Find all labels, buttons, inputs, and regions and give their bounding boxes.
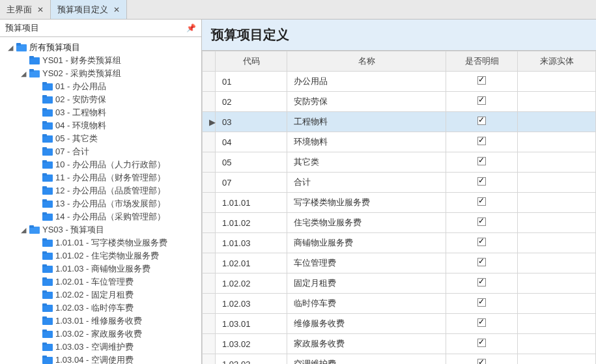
cell-source[interactable] bbox=[518, 273, 596, 294]
cell-source[interactable] bbox=[518, 253, 596, 273]
cell-source[interactable] bbox=[518, 193, 596, 213]
cell-detail[interactable] bbox=[446, 213, 518, 233]
checkbox-icon[interactable] bbox=[477, 278, 486, 287]
table-row[interactable]: 1.02.01车位管理费 bbox=[203, 253, 596, 273]
table-row[interactable]: 02安防劳保 bbox=[203, 92, 596, 112]
cell-source[interactable] bbox=[518, 72, 596, 92]
cell-name[interactable]: 安防劳保 bbox=[287, 92, 446, 112]
cell-detail[interactable] bbox=[446, 72, 518, 92]
cell-name[interactable]: 空调维护费 bbox=[287, 354, 446, 365]
cell-code[interactable]: 02 bbox=[216, 92, 287, 112]
cell-source[interactable] bbox=[518, 92, 596, 112]
tree-node[interactable]: 1.01.01 - 写字楼类物业服务费 bbox=[3, 236, 201, 249]
tree-node[interactable]: ◢YS02 - 采购类预算组 bbox=[3, 67, 201, 80]
cell-source[interactable] bbox=[518, 233, 596, 253]
cell-source[interactable] bbox=[518, 112, 596, 132]
cell-detail[interactable] bbox=[446, 193, 518, 213]
table-row[interactable]: 1.02.03临时停车费 bbox=[203, 294, 596, 314]
cell-code[interactable]: 1.03.02 bbox=[216, 334, 287, 354]
tree-node[interactable]: 1.03.03 - 空调维护费 bbox=[3, 341, 201, 354]
row-indicator[interactable] bbox=[203, 72, 216, 92]
cell-code[interactable]: 1.02.02 bbox=[216, 273, 287, 294]
cell-source[interactable] bbox=[518, 354, 596, 365]
cell-detail[interactable] bbox=[446, 354, 518, 365]
cell-detail[interactable] bbox=[446, 132, 518, 152]
tree-node[interactable]: YS01 - 财务类预算组 bbox=[3, 54, 201, 67]
cell-name[interactable]: 商铺物业服务费 bbox=[287, 233, 446, 253]
table-row[interactable]: 1.03.03空调维护费 bbox=[203, 354, 596, 365]
cell-detail[interactable] bbox=[446, 253, 518, 273]
table-row[interactable]: 1.02.02固定月租费 bbox=[203, 273, 596, 294]
cell-detail[interactable] bbox=[446, 152, 518, 173]
tree-node[interactable]: 1.02.01 - 车位管理费 bbox=[3, 275, 201, 288]
cell-code[interactable]: 1.03.03 bbox=[216, 354, 287, 365]
cell-name[interactable]: 固定月租费 bbox=[287, 273, 446, 294]
table-row[interactable]: 1.01.03商铺物业服务费 bbox=[203, 233, 596, 253]
cell-code[interactable]: 1.01.03 bbox=[216, 233, 287, 253]
cell-code[interactable]: 03 bbox=[216, 112, 287, 132]
tab-main[interactable]: 主界面 ✕ bbox=[0, 0, 51, 19]
checkbox-icon[interactable] bbox=[477, 137, 486, 145]
tree-node[interactable]: 01 - 办公用品 bbox=[3, 80, 201, 93]
checkbox-icon[interactable] bbox=[477, 117, 486, 125]
cell-code[interactable]: 1.02.01 bbox=[216, 253, 287, 273]
row-indicator[interactable]: ▶ bbox=[203, 112, 216, 132]
tree-node[interactable]: ◢YS03 - 预算项目 bbox=[3, 223, 201, 236]
row-indicator[interactable] bbox=[203, 92, 216, 112]
cell-detail[interactable] bbox=[446, 294, 518, 314]
checkbox-icon[interactable] bbox=[477, 217, 486, 226]
collapse-icon[interactable]: ◢ bbox=[20, 70, 27, 77]
row-indicator[interactable] bbox=[203, 233, 216, 253]
cell-source[interactable] bbox=[518, 132, 596, 152]
checkbox-icon[interactable] bbox=[477, 238, 486, 246]
cell-code[interactable]: 05 bbox=[216, 152, 287, 173]
row-indicator[interactable] bbox=[203, 314, 216, 334]
checkbox-icon[interactable] bbox=[477, 96, 486, 105]
cell-source[interactable] bbox=[518, 294, 596, 314]
checkbox-icon[interactable] bbox=[477, 177, 486, 186]
checkbox-icon[interactable] bbox=[477, 339, 486, 347]
cell-code[interactable]: 1.01.02 bbox=[216, 213, 287, 233]
cell-detail[interactable] bbox=[446, 334, 518, 354]
checkbox-icon[interactable] bbox=[477, 157, 486, 165]
column-header-detail[interactable]: 是否明细 bbox=[446, 51, 518, 72]
row-indicator[interactable] bbox=[203, 354, 216, 365]
tree-node[interactable]: 02 - 安防劳保 bbox=[3, 93, 201, 106]
row-indicator[interactable] bbox=[203, 173, 216, 193]
tree-node[interactable]: 1.01.03 - 商铺物业服务费 bbox=[3, 262, 201, 275]
tree-node[interactable]: 14 - 办公用品（采购管理部） bbox=[3, 210, 201, 223]
cell-detail[interactable] bbox=[446, 92, 518, 112]
checkbox-icon[interactable] bbox=[477, 258, 486, 266]
cell-detail[interactable] bbox=[446, 173, 518, 193]
row-indicator[interactable] bbox=[203, 334, 216, 354]
tree-node[interactable]: 03 - 工程物料 bbox=[3, 106, 201, 119]
collapse-icon[interactable]: ◢ bbox=[20, 227, 27, 234]
tree-node[interactable]: 1.03.04 - 空调使用费 bbox=[3, 354, 201, 364]
cell-detail[interactable] bbox=[446, 314, 518, 334]
row-indicator[interactable] bbox=[203, 152, 216, 173]
row-indicator[interactable] bbox=[203, 193, 216, 213]
tree-node[interactable]: 04 - 环境物料 bbox=[3, 119, 201, 132]
row-indicator[interactable] bbox=[203, 294, 216, 314]
checkbox-icon[interactable] bbox=[477, 359, 486, 364]
cell-name[interactable]: 家政服务收费 bbox=[287, 334, 446, 354]
table-row[interactable]: 05其它类 bbox=[203, 152, 596, 173]
column-header-name[interactable]: 名称 bbox=[287, 51, 446, 72]
table-row[interactable]: 01办公用品 bbox=[203, 72, 596, 92]
tree-node[interactable]: 13 - 办公用品（市场发展部） bbox=[3, 197, 201, 210]
pin-icon[interactable]: 📌 bbox=[186, 23, 196, 33]
cell-code[interactable]: 07 bbox=[216, 173, 287, 193]
checkbox-icon[interactable] bbox=[477, 197, 486, 206]
cell-code[interactable]: 1.02.03 bbox=[216, 294, 287, 314]
cell-detail[interactable] bbox=[446, 273, 518, 294]
checkbox-icon[interactable] bbox=[477, 298, 486, 307]
cell-source[interactable] bbox=[518, 173, 596, 193]
checkbox-icon[interactable] bbox=[477, 318, 486, 327]
tab-budget-item-def[interactable]: 预算项目定义 ✕ bbox=[51, 0, 127, 19]
cell-name[interactable]: 临时停车费 bbox=[287, 294, 446, 314]
cell-name[interactable]: 维修服务收费 bbox=[287, 314, 446, 334]
cell-code[interactable]: 1.01.01 bbox=[216, 193, 287, 213]
tree-node[interactable]: 12 - 办公用品（品质管理部） bbox=[3, 184, 201, 197]
cell-name[interactable]: 住宅类物业服务费 bbox=[287, 213, 446, 233]
row-indicator[interactable] bbox=[203, 213, 216, 233]
